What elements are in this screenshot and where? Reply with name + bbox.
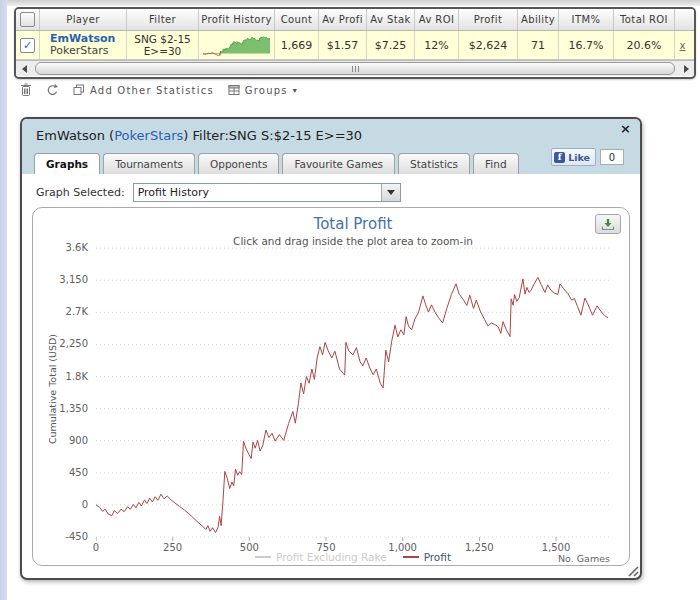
player-panel: EmWatson (PokerStars) Filter:SNG S:$2-15… <box>20 117 642 580</box>
add-statistics-icon <box>73 84 85 96</box>
column-header-profit-history[interactable]: Profit History <box>199 9 275 30</box>
filter-cell: SNG $2-15 E>=30 <box>127 31 199 59</box>
y-tick-label: 900 <box>33 435 88 447</box>
facebook-like-widget: f Like 0 <box>551 148 624 166</box>
column-header-av-profi[interactable]: Av Profi <box>319 9 367 30</box>
total-roi-cell: 20.6% <box>614 31 675 59</box>
chevron-down-icon <box>387 190 395 195</box>
results-table: PlayerFilterProfit HistoryCountAv ProfiA… <box>14 7 696 79</box>
select-all-cell <box>16 9 40 30</box>
x-tick-label: 750 <box>296 542 356 553</box>
column-header-av-roi[interactable]: Av ROI <box>415 9 459 30</box>
player-cell[interactable]: EmWatson PokerStars <box>40 31 127 59</box>
scrollbar-thumb[interactable] <box>35 62 675 75</box>
top-band <box>0 0 700 6</box>
y-axis-title: Cumulative Total (USD) <box>47 334 58 444</box>
select-all-checkbox[interactable] <box>20 12 35 27</box>
facebook-like-button[interactable]: f Like <box>551 148 596 166</box>
page-edge-strip <box>0 0 7 600</box>
resize-grip[interactable] <box>626 564 639 577</box>
tab-statistics[interactable]: Statistics <box>398 153 470 174</box>
facebook-like-label: Like <box>568 152 590 163</box>
y-tick-label: 0 <box>33 499 88 511</box>
profit-history-sparkline[interactable] <box>199 31 275 59</box>
add-other-statistics-label: Add Other Statistics <box>90 85 214 96</box>
plot-area[interactable] <box>96 241 610 543</box>
y-tick-label: 3.6K <box>33 242 88 254</box>
av-profit-cell: $1.57 <box>319 31 367 59</box>
groups-dropdown-arrow-icon: ▾ <box>293 86 297 95</box>
refresh-icon <box>46 83 59 97</box>
row-checkbox[interactable]: ✓ <box>20 38 35 53</box>
add-other-statistics-button[interactable]: Add Other Statistics <box>73 84 214 96</box>
horizontal-scrollbar <box>16 60 694 76</box>
panel-title-site: PokerStars <box>114 128 183 143</box>
groups-button[interactable]: Groups ▾ <box>228 84 297 96</box>
column-header-itm-[interactable]: ITM% <box>559 9 614 30</box>
tab-tournaments[interactable]: Tournaments <box>103 153 195 174</box>
column-header-ability[interactable]: Ability <box>518 9 559 30</box>
graph-select-value: Profit History <box>134 186 381 199</box>
column-header-count[interactable]: Count <box>275 9 319 30</box>
column-header-av-stak[interactable]: Av Stak <box>367 9 415 30</box>
screen: PlayerFilterProfit HistoryCountAv ProfiA… <box>0 0 700 600</box>
filter-line1: SNG $2-15 <box>134 33 191 45</box>
thumb-grip-icon <box>358 66 359 72</box>
tab-graphs[interactable]: Graphs <box>34 153 100 174</box>
sparkline-chart-icon <box>203 34 270 56</box>
tab-favourite-games[interactable]: Favourite Games <box>282 153 395 174</box>
legend-dash-icon <box>403 556 419 558</box>
av-roi-cell: 12% <box>415 31 459 59</box>
column-header-filter[interactable]: Filter <box>127 9 199 30</box>
select-arrow-button[interactable] <box>381 184 400 201</box>
ability-cell: 71 <box>518 31 559 59</box>
column-header-player[interactable]: Player <box>40 9 127 30</box>
player-site: PokerStars <box>50 45 109 57</box>
profit-cell: $2,624 <box>459 31 518 59</box>
column-header-total-roi[interactable]: Total ROI <box>614 9 675 30</box>
profit-line-series <box>96 277 608 532</box>
panel-title-filter: ) Filter:SNG S:$2-15 E>=30 <box>183 128 362 143</box>
tab-bar: GraphsTournamentsOpponentsFavourite Game… <box>34 153 522 174</box>
filter-line2: E>=30 <box>144 45 182 57</box>
y-tick-label: 1,350 <box>33 403 88 415</box>
x-tick-label: 500 <box>219 542 279 553</box>
chart-title: Total Profit <box>96 215 610 233</box>
y-tick-label: 1.8K <box>33 371 88 383</box>
groups-icon <box>228 84 240 96</box>
close-icon[interactable]: × <box>620 122 631 135</box>
delete-button[interactable] <box>20 83 32 97</box>
facebook-icon: f <box>554 152 565 163</box>
graph-select-dropdown[interactable]: Profit History <box>133 183 401 202</box>
y-tick-label: 2.7K <box>33 306 88 318</box>
scroll-left-button[interactable] <box>16 61 32 76</box>
table-header-row: PlayerFilterProfit HistoryCountAv ProfiA… <box>16 9 694 31</box>
tab-opponents[interactable]: Opponents <box>198 153 279 174</box>
chart-container: Total Profit Click and drag inside the p… <box>32 207 630 566</box>
legend-dash-icon <box>255 556 271 558</box>
panel-title: EmWatson (PokerStars) Filter:SNG S:$2-15… <box>36 128 362 143</box>
thumb-grip-icon <box>352 66 353 72</box>
tab-find[interactable]: Find <box>473 153 519 174</box>
y-tick-label: 2,250 <box>33 338 88 350</box>
groups-label: Groups <box>245 85 288 96</box>
remove-row-link[interactable]: x <box>680 40 686 51</box>
y-tick-label: 3,150 <box>33 274 88 286</box>
thumb-grip-icon <box>355 66 356 72</box>
table-row[interactable]: ✓ EmWatson PokerStars SNG $2-15 E>=30 1,… <box>16 31 694 60</box>
scroll-left-icon <box>22 65 27 73</box>
scroll-right-icon <box>684 65 689 73</box>
refresh-button[interactable] <box>46 83 59 97</box>
x-tick-label: 1,500 <box>526 542 586 553</box>
x-tick-label: 1,250 <box>449 542 509 553</box>
column-header-spacer <box>675 9 690 30</box>
scroll-right-button[interactable] <box>678 61 694 76</box>
column-header-profit[interactable]: Profit <box>459 9 518 30</box>
x-tick-label: 0 <box>66 542 126 553</box>
y-tick-label: 450 <box>33 467 88 479</box>
like-count-badge: 0 <box>600 149 624 165</box>
trash-icon <box>20 83 32 97</box>
itm-cell: 16.7% <box>559 31 614 59</box>
x-tick-label: 250 <box>143 542 203 553</box>
count-cell: 1,669 <box>275 31 319 59</box>
